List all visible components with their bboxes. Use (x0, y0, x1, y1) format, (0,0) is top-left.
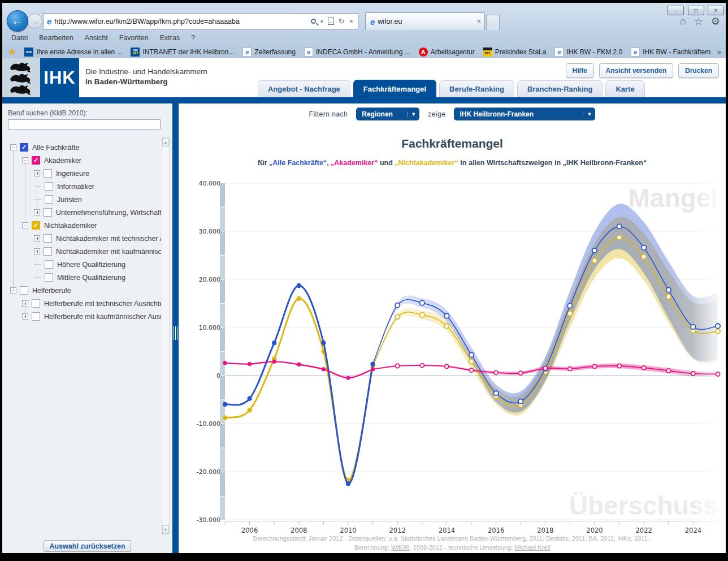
y-axis-bar (220, 424, 225, 448)
menu-item-datei[interactable]: Datei (11, 34, 28, 42)
menu-item-[interactable]: ? (191, 34, 195, 42)
url-text[interactable]: http://www.wifor.eu/fkm2/BW/app/fkm.php?… (54, 18, 309, 25)
favorite-item[interactable]: AArbeitsagentur (419, 48, 475, 57)
favorites-star-icon[interactable]: ☆ (694, 15, 703, 28)
tree-checkbox[interactable] (44, 208, 52, 217)
tree-checkbox[interactable] (32, 312, 40, 321)
subtitle-part: „Alle Fachkräfte“ (269, 159, 327, 167)
restore-button[interactable]: □ (688, 6, 704, 15)
brand-line1: Die Industrie- und Handelskammern (85, 67, 207, 77)
stop-icon[interactable]: × (346, 17, 356, 25)
dropdown-arrow-icon[interactable]: ▼ (407, 111, 419, 117)
compatibility-icon[interactable] (326, 18, 336, 25)
favorites-overflow-icon[interactable]: » (717, 48, 721, 56)
tree-checkbox[interactable]: ✓ (32, 221, 40, 230)
sidebar-splitter[interactable] (172, 103, 179, 553)
splitter-grip-icon[interactable] (174, 326, 177, 340)
header-button-drucken[interactable]: Drucken (678, 63, 719, 78)
favorite-item[interactable]: IHKNETINTRANET der IHK Heilbron... (131, 48, 234, 57)
settings-gear-icon[interactable]: ⚙ (711, 15, 720, 28)
search-icon[interactable] (309, 19, 318, 24)
tree-item[interactable]: Helferberufe mit kaufmännischer Ausricht… (3, 310, 161, 323)
tree-checkbox[interactable] (45, 182, 53, 191)
dropdown-arrow-icon[interactable]: ▼ (583, 111, 595, 117)
tree-item[interactable]: Mittlere Qualifizierung (3, 271, 161, 284)
tree-checkbox[interactable] (44, 234, 52, 243)
region-dropdown[interactable]: IHK Heilbronn-Franken ▼ (454, 107, 595, 120)
data-point-akademiker (445, 364, 449, 368)
tree-connector (37, 176, 37, 213)
tree-item[interactable]: Juristen (3, 193, 161, 206)
favorite-item[interactable]: eINDECA GmbH - Anmeldung ... (304, 48, 410, 57)
minimize-button[interactable]: – (668, 6, 684, 15)
tree-checkbox[interactable] (45, 273, 53, 282)
nav-tab-angebot-nachfrage[interactable]: Angebot - Nachfrage (258, 80, 350, 97)
data-point-alle-fachkr-fte (395, 303, 400, 308)
menu-item-favoriten[interactable]: Favoriten (119, 34, 149, 42)
reset-selection-button[interactable]: Auswahl zurücksetzen (44, 540, 131, 552)
data-point-akademiker (371, 367, 375, 371)
data-point-alle-fachkr-fte (469, 352, 474, 357)
header-button-hilfe[interactable]: Hilfe (566, 63, 594, 78)
tree-item[interactable]: ✓Akademiker (3, 154, 161, 167)
nav-tab-branchen-ranking[interactable]: Branchen-Ranking (517, 80, 603, 97)
browser-tab[interactable]: e wifor.eu × (365, 12, 485, 30)
tree-scrollbar[interactable]: ▲ ▼ (162, 137, 170, 534)
bw-coat-of-arms (2, 58, 40, 97)
back-button[interactable]: ← (7, 10, 28, 32)
forward-button[interactable]: → (27, 14, 42, 29)
tree-item[interactable]: Helferberufe mit technischer Ausrichtung (3, 297, 161, 310)
favorite-item[interactable]: eIHK BW - Fachkräftemonitor... (631, 48, 711, 57)
favorite-item[interactable]: STLPreisindex StaLa (483, 48, 547, 57)
scroll-up-icon[interactable]: ▲ (162, 138, 169, 146)
nav-tab-karte[interactable]: Karte (605, 80, 644, 97)
header-button-ansicht-versenden[interactable]: Ansicht versenden (599, 63, 673, 78)
tree-item[interactable]: Unternehmensführung, Wirtschafts-, (3, 206, 161, 219)
favorite-item[interactable]: eIHK BW - FKM 2.0 (554, 48, 622, 57)
footer-link[interactable]: WifOR (391, 544, 409, 551)
tree-checkbox[interactable] (32, 299, 40, 308)
data-point-alle-fachkr-fte (642, 245, 646, 250)
data-point-akademiker (248, 362, 252, 366)
tree-checkbox[interactable] (45, 195, 53, 204)
close-button[interactable]: × (708, 6, 724, 15)
new-tab-button[interactable] (486, 15, 500, 30)
data-point-akademiker (420, 364, 424, 368)
data-point-nichtakademiker (716, 329, 720, 334)
refresh-icon[interactable]: ↻ (336, 17, 347, 25)
search-input[interactable] (8, 119, 161, 130)
favorite-item[interactable]: eZeiterfassung (242, 48, 296, 57)
menu-item-bearbeiten[interactable]: Bearbeiten (39, 34, 73, 42)
content: Beruf suchen (KldB 2010): ✓Alle Fachkräf… (2, 103, 726, 553)
tree-item[interactable]: Informatiker (3, 180, 161, 193)
tree-item[interactable]: Nichtakademiker mit technischer Ausri (3, 232, 161, 245)
tab-close-icon[interactable]: × (477, 18, 481, 25)
address-bar[interactable]: e http://www.wifor.eu/fkm2/BW/app/fkm.ph… (43, 13, 358, 29)
menu-item-extras[interactable]: Extras (160, 34, 180, 42)
filter-dropdown[interactable]: Regionen ▼ (356, 107, 419, 120)
tree-checkbox[interactable] (44, 247, 52, 256)
tree-item[interactable]: Nichtakademiker mit kaufmännischer A (3, 245, 161, 258)
tree-item[interactable]: ✓Nichtakademiker (3, 219, 161, 232)
tree-checkbox[interactable] (45, 260, 53, 269)
data-point-akademiker (716, 372, 720, 376)
tree-checkbox[interactable] (20, 286, 28, 295)
favorite-item[interactable]: IHKIhre erste Adresse in allen ... (24, 48, 122, 57)
tab-favicon-icon: e (370, 17, 375, 27)
tree-checkbox[interactable]: ✓ (32, 156, 40, 165)
data-point-akademiker (322, 367, 326, 371)
tree-item[interactable]: Höhere Qualifizierung (3, 258, 161, 271)
home-icon[interactable]: ⌂ (680, 15, 686, 28)
tree-checkbox[interactable] (44, 169, 52, 178)
tree-item[interactable]: Helferberufe (3, 284, 161, 297)
tree-item[interactable]: Ingenieure (3, 167, 161, 180)
scroll-down-icon[interactable]: ▼ (162, 525, 169, 534)
tree-checkbox[interactable]: ✓ (20, 143, 28, 152)
nav-tab-fachkr-ftemangel[interactable]: Fachkräftemangel (353, 80, 436, 97)
nav-tab-berufe-ranking[interactable]: Berufe-Ranking (439, 80, 514, 97)
search-caret-icon[interactable]: ▾ (318, 19, 326, 24)
tree-item[interactable]: ✓Alle Fachkräfte (3, 141, 161, 154)
footer-link[interactable]: Michael Kreil (514, 544, 550, 551)
menu-item-ansicht[interactable]: Ansicht (85, 34, 108, 42)
add-favorite-star-icon[interactable]: ★ (8, 46, 16, 57)
